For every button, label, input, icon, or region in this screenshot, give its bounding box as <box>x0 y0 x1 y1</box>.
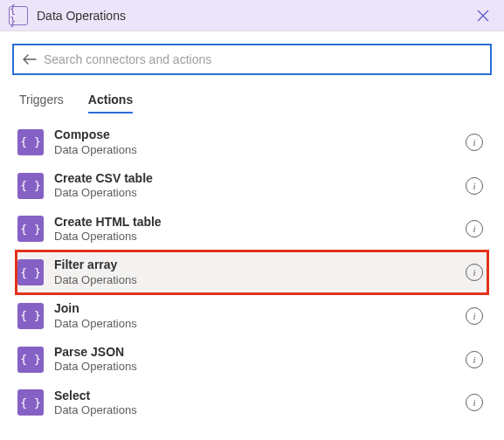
action-text: JoinData Operations <box>54 301 466 331</box>
info-icon[interactable]: i <box>466 394 483 411</box>
action-name-label: Compose <box>54 127 466 143</box>
info-icon[interactable]: i <box>466 134 483 151</box>
search-box <box>12 44 492 75</box>
search-input[interactable] <box>38 45 483 73</box>
action-subtitle-label: Data Operations <box>54 230 466 244</box>
action-row[interactable]: { }Create HTML tableData Operationsi <box>16 208 488 251</box>
search-container <box>0 31 504 80</box>
action-text: SelectData Operations <box>54 388 466 418</box>
info-icon[interactable]: i <box>466 307 483 325</box>
action-text: Create CSV tableData Operations <box>54 171 466 201</box>
action-text: Create HTML tableData Operations <box>54 215 466 244</box>
action-icon: { } <box>17 216 44 242</box>
action-icon: { } <box>17 259 44 285</box>
action-row[interactable]: { }JoinData Operationsi <box>16 294 488 338</box>
tab-strip: Triggers Actions <box>0 80 504 113</box>
connector-icon: { } <box>9 6 28 25</box>
info-icon[interactable]: i <box>466 220 483 237</box>
action-name-label: Select <box>54 388 466 404</box>
close-button[interactable] <box>471 3 495 28</box>
info-icon[interactable]: i <box>466 351 483 368</box>
action-name-label: Parse JSON <box>54 345 466 361</box>
action-icon: { } <box>17 389 44 416</box>
action-text: ComposeData Operations <box>54 127 466 157</box>
action-subtitle-label: Data Operations <box>54 317 466 331</box>
action-row[interactable]: { }SelectData Operationsi <box>16 382 488 425</box>
tab-triggers[interactable]: Triggers <box>19 93 64 113</box>
action-icon: { } <box>17 347 44 373</box>
action-icon: { } <box>17 303 44 329</box>
action-subtitle-label: Data Operations <box>54 273 466 287</box>
action-subtitle-label: Data Operations <box>54 403 466 417</box>
back-arrow-icon <box>23 54 37 65</box>
tab-actions[interactable]: Actions <box>88 93 133 113</box>
action-name-label: Join <box>54 301 466 317</box>
data-operations-panel: { } Data Operations Triggers Actions { }… <box>0 0 504 440</box>
info-icon[interactable]: i <box>466 177 483 195</box>
action-subtitle-label: Data Operations <box>54 143 466 157</box>
action-row[interactable]: { }Create CSV tableData Operationsi <box>16 164 488 208</box>
back-button[interactable] <box>21 54 38 65</box>
action-subtitle-label: Data Operations <box>54 360 466 374</box>
panel-header: { } Data Operations <box>0 0 504 31</box>
action-row[interactable]: { }Parse JSONData Operationsi <box>16 338 488 382</box>
action-name-label: Create CSV table <box>54 171 466 187</box>
action-row[interactable]: { }Filter arrayData Operationsi <box>16 251 488 294</box>
close-icon <box>477 10 489 22</box>
action-text: Filter arrayData Operations <box>54 258 466 287</box>
action-name-label: Create HTML table <box>54 215 466 230</box>
actions-list: { }ComposeData Operationsi{ }Create CSV … <box>0 113 504 440</box>
action-text: Parse JSONData Operations <box>54 345 466 375</box>
action-name-label: Filter array <box>54 258 466 273</box>
action-icon: { } <box>17 173 44 199</box>
action-row[interactable]: { }ComposeData Operationsi <box>16 120 488 164</box>
info-icon[interactable]: i <box>466 264 483 281</box>
panel-title: Data Operations <box>37 9 471 23</box>
action-subtitle-label: Data Operations <box>54 186 466 200</box>
action-icon: { } <box>17 129 44 155</box>
